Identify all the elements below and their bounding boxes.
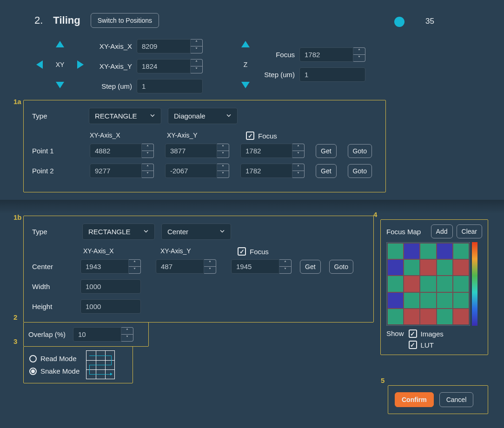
spin-down-icon[interactable]: ˅	[129, 267, 140, 273]
focus-map-tile[interactable]	[453, 293, 469, 308]
spin-up-icon[interactable]: ˄	[292, 144, 304, 151]
spin-down-icon[interactable]: ˅	[191, 66, 202, 73]
cancel-button[interactable]: Cancel	[439, 392, 474, 407]
center-focus-spinner[interactable]: ˄˅	[279, 259, 292, 274]
focus-column-checkbox[interactable]	[246, 132, 254, 140]
spin-down-icon[interactable]: ˅	[142, 151, 153, 158]
focus-input[interactable]	[299, 47, 353, 62]
center-y-input[interactable]	[156, 259, 204, 274]
center-x-input[interactable]	[80, 259, 129, 274]
focus-spinner[interactable]: ˄˅	[353, 47, 365, 62]
focus-map-tile[interactable]	[453, 309, 469, 324]
focus-map-tile[interactable]	[437, 244, 452, 259]
focus-map-add-button[interactable]: Add	[431, 224, 453, 238]
focus-map-tile[interactable]	[420, 309, 436, 324]
point-x-spinner[interactable]: ˄˅	[142, 144, 154, 158]
point-focus-spinner[interactable]: ˄˅	[292, 164, 305, 178]
point-focus-input[interactable]	[240, 144, 292, 158]
xy-down-arrow[interactable]	[56, 82, 64, 88]
focus-map-tile[interactable]	[388, 244, 403, 259]
spin-down-icon[interactable]: ˅	[204, 267, 216, 273]
shape-type-select[interactable]: RECTANGLE	[89, 108, 161, 124]
overlap-input[interactable]	[73, 327, 121, 342]
focus-map-tile[interactable]	[404, 309, 419, 324]
width-input[interactable]	[80, 279, 141, 294]
spin-down-icon[interactable]: ˅	[353, 55, 365, 61]
point-get-button[interactable]: Get	[316, 144, 337, 158]
focus-map-tile[interactable]	[437, 276, 452, 291]
snake-mode-radio[interactable]: Snake Mode	[29, 367, 80, 375]
spin-up-icon[interactable]: ˄	[129, 260, 140, 267]
point-y-input[interactable]	[165, 164, 217, 178]
focus-map-tile[interactable]	[420, 293, 436, 308]
z-step-input[interactable]	[299, 67, 365, 82]
focus-map-tile[interactable]	[437, 293, 452, 308]
focus-map-tile[interactable]	[404, 244, 419, 259]
point-goto-button[interactable]: Goto	[348, 164, 372, 178]
overlap-spinner[interactable]: ˄˅	[121, 327, 133, 342]
spin-up-icon[interactable]: ˄	[142, 144, 153, 151]
point-x-input[interactable]	[90, 144, 142, 158]
focus-map-tile[interactable]	[388, 276, 403, 291]
spin-up-icon[interactable]: ˄	[121, 328, 133, 335]
focus-column-checkbox[interactable]	[238, 247, 246, 256]
point-get-button[interactable]: Get	[316, 164, 337, 178]
center-focus-input[interactable]	[231, 259, 279, 274]
xy-axis-y-spinner[interactable]: ˄˅	[191, 59, 203, 73]
shape-mode-select[interactable]: Diagonale	[168, 108, 238, 124]
focus-map-tile[interactable]	[420, 260, 436, 275]
confirm-button[interactable]: Confirm	[395, 392, 434, 407]
center-y-spinner[interactable]: ˄˅	[204, 259, 216, 274]
shape-mode-select[interactable]: Center	[161, 224, 231, 240]
spin-down-icon[interactable]: ˅	[217, 171, 229, 178]
spin-down-icon[interactable]: ˅	[292, 151, 304, 158]
focus-map-tile[interactable]	[388, 309, 403, 324]
point-y-spinner[interactable]: ˄˅	[217, 164, 229, 178]
show-images-checkbox[interactable]	[409, 329, 417, 338]
focus-map-tile[interactable]	[420, 244, 436, 259]
focus-map-tile[interactable]	[388, 260, 403, 275]
xy-left-arrow[interactable]	[36, 60, 43, 69]
focus-map-tile[interactable]	[437, 260, 452, 275]
xy-right-arrow[interactable]	[77, 60, 84, 69]
focus-map-tile[interactable]	[453, 276, 469, 291]
focus-map-tile[interactable]	[388, 293, 403, 308]
spin-up-icon[interactable]: ˄	[353, 48, 365, 55]
focus-map-tile[interactable]	[404, 260, 419, 275]
focus-map-tile[interactable]	[404, 293, 419, 308]
xy-axis-y-input[interactable]	[137, 59, 191, 73]
spin-up-icon[interactable]: ˄	[217, 164, 229, 171]
spin-up-icon[interactable]: ˄	[142, 164, 153, 171]
point-y-input[interactable]	[165, 144, 217, 158]
xy-axis-x-input[interactable]	[137, 39, 191, 53]
center-get-button[interactable]: Get	[300, 260, 321, 274]
focus-map-tile[interactable]	[420, 276, 436, 291]
xy-step-input[interactable]	[137, 79, 203, 93]
shape-type-select[interactable]: RECTANGLE	[82, 224, 155, 240]
focus-map-tile[interactable]	[437, 309, 452, 324]
z-down-arrow[interactable]	[241, 82, 250, 88]
spin-down-icon[interactable]: ˅	[191, 46, 202, 53]
z-up-arrow[interactable]	[241, 41, 250, 47]
spin-down-icon[interactable]: ˅	[292, 171, 304, 178]
xy-axis-x-spinner[interactable]: ˄˅	[191, 39, 203, 53]
spin-down-icon[interactable]: ˅	[121, 335, 133, 341]
spin-up-icon[interactable]: ˄	[279, 260, 291, 267]
point-focus-input[interactable]	[240, 164, 292, 178]
height-input[interactable]	[80, 299, 141, 314]
spin-up-icon[interactable]: ˄	[191, 40, 202, 46]
spin-up-icon[interactable]: ˄	[204, 260, 216, 267]
spin-up-icon[interactable]: ˄	[191, 59, 202, 66]
spin-up-icon[interactable]: ˄	[292, 164, 304, 171]
focus-map-tile[interactable]	[453, 260, 469, 275]
spin-down-icon[interactable]: ˅	[142, 171, 153, 178]
spin-down-icon[interactable]: ˅	[217, 151, 229, 158]
spin-up-icon[interactable]: ˄	[217, 144, 229, 151]
focus-map-clear-button[interactable]: Clear	[457, 224, 482, 238]
center-x-spinner[interactable]: ˄˅	[129, 259, 141, 274]
spin-down-icon[interactable]: ˅	[279, 267, 291, 273]
focus-map-grid[interactable]	[386, 242, 470, 326]
focus-map-tile[interactable]	[404, 276, 419, 291]
show-lut-checkbox[interactable]	[409, 341, 417, 349]
center-goto-button[interactable]: Goto	[329, 260, 353, 274]
